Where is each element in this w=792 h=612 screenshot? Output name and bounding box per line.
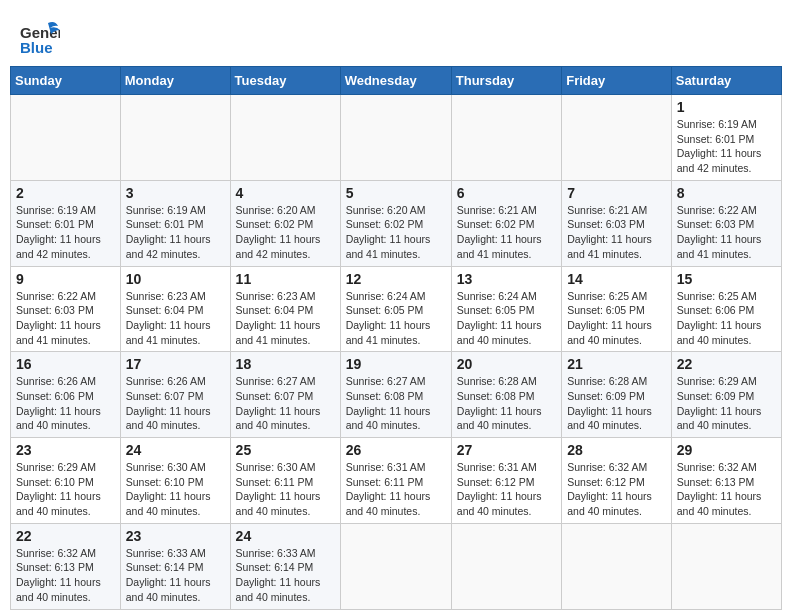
day-number: 21 xyxy=(567,356,666,372)
calendar-cell xyxy=(451,95,561,181)
day-number: 4 xyxy=(236,185,335,201)
day-info: Sunrise: 6:31 AMSunset: 6:11 PMDaylight:… xyxy=(346,460,446,519)
day-number: 18 xyxy=(236,356,335,372)
day-info: Sunrise: 6:19 AMSunset: 6:01 PMDaylight:… xyxy=(16,203,115,262)
calendar-cell: 19Sunrise: 6:27 AMSunset: 6:08 PMDayligh… xyxy=(340,352,451,438)
calendar-cell: 7Sunrise: 6:21 AMSunset: 6:03 PMDaylight… xyxy=(562,180,672,266)
day-header-monday: Monday xyxy=(120,67,230,95)
day-number: 25 xyxy=(236,442,335,458)
calendar-cell: 29Sunrise: 6:32 AMSunset: 6:13 PMDayligh… xyxy=(671,438,781,524)
day-info: Sunrise: 6:30 AMSunset: 6:11 PMDaylight:… xyxy=(236,460,335,519)
calendar-cell: 17Sunrise: 6:26 AMSunset: 6:07 PMDayligh… xyxy=(120,352,230,438)
day-number: 20 xyxy=(457,356,556,372)
calendar-cell: 2Sunrise: 6:19 AMSunset: 6:01 PMDaylight… xyxy=(11,180,121,266)
calendar-cell: 16Sunrise: 6:26 AMSunset: 6:06 PMDayligh… xyxy=(11,352,121,438)
day-info: Sunrise: 6:31 AMSunset: 6:12 PMDaylight:… xyxy=(457,460,556,519)
calendar-cell xyxy=(451,523,561,609)
day-number: 28 xyxy=(567,442,666,458)
calendar-cell: 21Sunrise: 6:28 AMSunset: 6:09 PMDayligh… xyxy=(562,352,672,438)
day-number: 11 xyxy=(236,271,335,287)
page-header: General Blue xyxy=(10,10,782,58)
day-number: 3 xyxy=(126,185,225,201)
calendar-week-row: 9Sunrise: 6:22 AMSunset: 6:03 PMDaylight… xyxy=(11,266,782,352)
calendar-cell: 11Sunrise: 6:23 AMSunset: 6:04 PMDayligh… xyxy=(230,266,340,352)
calendar-week-row: 1Sunrise: 6:19 AMSunset: 6:01 PMDaylight… xyxy=(11,95,782,181)
day-header-friday: Friday xyxy=(562,67,672,95)
day-number: 23 xyxy=(16,442,115,458)
day-info: Sunrise: 6:20 AMSunset: 6:02 PMDaylight:… xyxy=(236,203,335,262)
day-info: Sunrise: 6:19 AMSunset: 6:01 PMDaylight:… xyxy=(677,117,776,176)
calendar-cell: 24Sunrise: 6:33 AMSunset: 6:14 PMDayligh… xyxy=(230,523,340,609)
calendar-cell: 6Sunrise: 6:21 AMSunset: 6:02 PMDaylight… xyxy=(451,180,561,266)
calendar-cell: 9Sunrise: 6:22 AMSunset: 6:03 PMDaylight… xyxy=(11,266,121,352)
day-info: Sunrise: 6:27 AMSunset: 6:07 PMDaylight:… xyxy=(236,374,335,433)
day-header-thursday: Thursday xyxy=(451,67,561,95)
day-info: Sunrise: 6:32 AMSunset: 6:12 PMDaylight:… xyxy=(567,460,666,519)
calendar-cell: 22Sunrise: 6:32 AMSunset: 6:13 PMDayligh… xyxy=(11,523,121,609)
day-info: Sunrise: 6:24 AMSunset: 6:05 PMDaylight:… xyxy=(346,289,446,348)
day-info: Sunrise: 6:25 AMSunset: 6:05 PMDaylight:… xyxy=(567,289,666,348)
day-number: 2 xyxy=(16,185,115,201)
day-info: Sunrise: 6:22 AMSunset: 6:03 PMDaylight:… xyxy=(16,289,115,348)
calendar-cell: 26Sunrise: 6:31 AMSunset: 6:11 PMDayligh… xyxy=(340,438,451,524)
day-number: 19 xyxy=(346,356,446,372)
calendar-week-row: 16Sunrise: 6:26 AMSunset: 6:06 PMDayligh… xyxy=(11,352,782,438)
day-number: 27 xyxy=(457,442,556,458)
day-info: Sunrise: 6:27 AMSunset: 6:08 PMDaylight:… xyxy=(346,374,446,433)
svg-text:Blue: Blue xyxy=(20,39,53,56)
calendar-cell: 14Sunrise: 6:25 AMSunset: 6:05 PMDayligh… xyxy=(562,266,672,352)
calendar-cell: 5Sunrise: 6:20 AMSunset: 6:02 PMDaylight… xyxy=(340,180,451,266)
logo-icon: General Blue xyxy=(20,18,60,58)
calendar-cell: 8Sunrise: 6:22 AMSunset: 6:03 PMDaylight… xyxy=(671,180,781,266)
day-number: 15 xyxy=(677,271,776,287)
calendar-cell: 20Sunrise: 6:28 AMSunset: 6:08 PMDayligh… xyxy=(451,352,561,438)
calendar-cell: 23Sunrise: 6:33 AMSunset: 6:14 PMDayligh… xyxy=(120,523,230,609)
day-info: Sunrise: 6:23 AMSunset: 6:04 PMDaylight:… xyxy=(236,289,335,348)
day-number: 22 xyxy=(677,356,776,372)
calendar-cell: 27Sunrise: 6:31 AMSunset: 6:12 PMDayligh… xyxy=(451,438,561,524)
calendar-cell: 22Sunrise: 6:29 AMSunset: 6:09 PMDayligh… xyxy=(671,352,781,438)
day-info: Sunrise: 6:19 AMSunset: 6:01 PMDaylight:… xyxy=(126,203,225,262)
day-info: Sunrise: 6:20 AMSunset: 6:02 PMDaylight:… xyxy=(346,203,446,262)
day-number: 9 xyxy=(16,271,115,287)
calendar-cell: 13Sunrise: 6:24 AMSunset: 6:05 PMDayligh… xyxy=(451,266,561,352)
day-number: 5 xyxy=(346,185,446,201)
day-info: Sunrise: 6:30 AMSunset: 6:10 PMDaylight:… xyxy=(126,460,225,519)
day-header-wednesday: Wednesday xyxy=(340,67,451,95)
day-number: 13 xyxy=(457,271,556,287)
calendar-cell: 28Sunrise: 6:32 AMSunset: 6:12 PMDayligh… xyxy=(562,438,672,524)
calendar-cell xyxy=(562,523,672,609)
day-info: Sunrise: 6:21 AMSunset: 6:02 PMDaylight:… xyxy=(457,203,556,262)
day-info: Sunrise: 6:26 AMSunset: 6:06 PMDaylight:… xyxy=(16,374,115,433)
day-info: Sunrise: 6:28 AMSunset: 6:09 PMDaylight:… xyxy=(567,374,666,433)
day-info: Sunrise: 6:26 AMSunset: 6:07 PMDaylight:… xyxy=(126,374,225,433)
calendar-cell: 4Sunrise: 6:20 AMSunset: 6:02 PMDaylight… xyxy=(230,180,340,266)
day-number: 26 xyxy=(346,442,446,458)
calendar-cell xyxy=(11,95,121,181)
day-number: 24 xyxy=(126,442,225,458)
calendar-week-row: 2Sunrise: 6:19 AMSunset: 6:01 PMDaylight… xyxy=(11,180,782,266)
day-number: 12 xyxy=(346,271,446,287)
calendar-cell: 3Sunrise: 6:19 AMSunset: 6:01 PMDaylight… xyxy=(120,180,230,266)
calendar-header-row: SundayMondayTuesdayWednesdayThursdayFrid… xyxy=(11,67,782,95)
day-number: 16 xyxy=(16,356,115,372)
day-info: Sunrise: 6:25 AMSunset: 6:06 PMDaylight:… xyxy=(677,289,776,348)
calendar-cell xyxy=(340,95,451,181)
day-number: 6 xyxy=(457,185,556,201)
calendar-cell xyxy=(671,523,781,609)
day-header-sunday: Sunday xyxy=(11,67,121,95)
day-number: 8 xyxy=(677,185,776,201)
calendar-week-row: 22Sunrise: 6:32 AMSunset: 6:13 PMDayligh… xyxy=(11,523,782,609)
day-number: 23 xyxy=(126,528,225,544)
calendar-cell: 1Sunrise: 6:19 AMSunset: 6:01 PMDaylight… xyxy=(671,95,781,181)
calendar-cell xyxy=(120,95,230,181)
calendar-cell: 12Sunrise: 6:24 AMSunset: 6:05 PMDayligh… xyxy=(340,266,451,352)
day-info: Sunrise: 6:29 AMSunset: 6:09 PMDaylight:… xyxy=(677,374,776,433)
day-number: 22 xyxy=(16,528,115,544)
logo: General Blue xyxy=(20,18,60,58)
calendar-week-row: 23Sunrise: 6:29 AMSunset: 6:10 PMDayligh… xyxy=(11,438,782,524)
day-info: Sunrise: 6:29 AMSunset: 6:10 PMDaylight:… xyxy=(16,460,115,519)
calendar-cell xyxy=(562,95,672,181)
day-number: 29 xyxy=(677,442,776,458)
calendar-cell: 15Sunrise: 6:25 AMSunset: 6:06 PMDayligh… xyxy=(671,266,781,352)
